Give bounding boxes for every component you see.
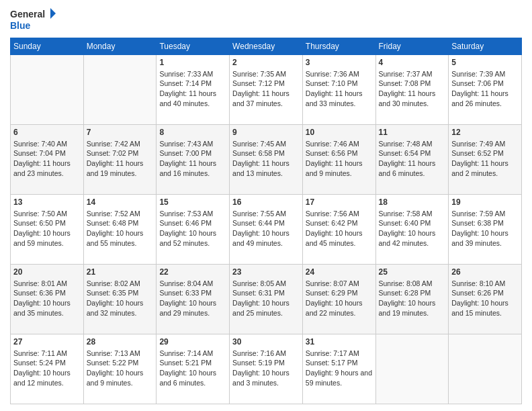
sunset-text: Sunset: 6:50 PM [13, 219, 66, 227]
calendar-cell: 19Sunrise: 7:59 AMSunset: 6:38 PMDayligh… [449, 195, 522, 265]
calendar-cell [449, 334, 522, 404]
weekday-header-row: SundayMondayTuesdayWednesdayThursdayFrid… [11, 38, 522, 55]
sunrise-text: Sunrise: 7:16 AM [232, 349, 286, 357]
day-number: 6 [13, 127, 81, 138]
daylight-text: Daylight: 10 hours and 22 minutes. [306, 299, 363, 317]
svg-text:Blue: Blue [10, 20, 31, 31]
day-number: 18 [379, 197, 446, 208]
sunset-text: Sunset: 7:08 PM [379, 79, 431, 87]
daylight-text: Daylight: 11 hours and 33 minutes. [306, 89, 363, 107]
sunset-text: Sunset: 5:17 PM [306, 359, 358, 367]
day-number: 22 [159, 267, 226, 278]
day-number: 2 [232, 57, 300, 68]
calendar-cell: 2Sunrise: 7:35 AMSunset: 7:12 PMDaylight… [230, 55, 303, 125]
calendar-cell: 6Sunrise: 7:40 AMSunset: 7:04 PMDaylight… [11, 125, 84, 195]
weekday-header-sunday: Sunday [11, 38, 84, 55]
weekday-header-saturday: Saturday [449, 38, 522, 55]
sunset-text: Sunset: 6:36 PM [13, 289, 66, 297]
daylight-text: Daylight: 10 hours and 35 minutes. [13, 299, 71, 317]
sunset-text: Sunset: 5:22 PM [87, 359, 139, 367]
day-number: 29 [159, 336, 226, 348]
sunset-text: Sunset: 5:21 PM [159, 359, 212, 367]
weekday-header-monday: Monday [83, 38, 157, 55]
sunrise-text: Sunrise: 7:42 AM [87, 140, 140, 148]
calendar-cell: 26Sunrise: 8:10 AMSunset: 6:26 PMDayligh… [449, 265, 522, 334]
daylight-text: Daylight: 10 hours and 42 minutes. [379, 229, 436, 247]
sunset-text: Sunset: 6:52 PM [451, 149, 504, 157]
day-number: 21 [87, 267, 154, 278]
daylight-text: Daylight: 11 hours and 19 minutes. [87, 159, 144, 177]
sunrise-text: Sunrise: 7:36 AM [306, 70, 359, 78]
daylight-text: Daylight: 11 hours and 9 minutes. [306, 159, 363, 177]
sunset-text: Sunset: 7:12 PM [232, 79, 285, 87]
day-number: 30 [232, 336, 300, 348]
day-number: 25 [379, 267, 446, 278]
sunrise-text: Sunrise: 7:50 AM [13, 210, 67, 218]
calendar-cell: 11Sunrise: 7:48 AMSunset: 6:54 PMDayligh… [375, 125, 449, 195]
sunrise-text: Sunrise: 7:37 AM [379, 70, 433, 78]
calendar-cell: 9Sunrise: 7:45 AMSunset: 6:58 PMDaylight… [230, 125, 303, 195]
weekday-header-thursday: Thursday [302, 38, 375, 55]
day-number: 26 [451, 267, 519, 278]
sunrise-text: Sunrise: 8:02 AM [87, 279, 140, 287]
calendar: SundayMondayTuesdayWednesdayThursdayFrid… [10, 38, 522, 404]
calendar-cell [11, 55, 84, 125]
sunrise-text: Sunrise: 8:07 AM [306, 279, 359, 287]
sunset-text: Sunset: 5:24 PM [13, 359, 66, 367]
day-number: 19 [451, 197, 519, 208]
calendar-cell: 8Sunrise: 7:43 AMSunset: 7:00 PMDaylight… [157, 125, 230, 195]
calendar-cell: 12Sunrise: 7:49 AMSunset: 6:52 PMDayligh… [449, 125, 522, 195]
calendar-cell: 24Sunrise: 8:07 AMSunset: 6:29 PMDayligh… [302, 265, 375, 334]
sunset-text: Sunset: 6:35 PM [87, 289, 139, 297]
sunrise-text: Sunrise: 7:55 AM [232, 210, 286, 218]
sunrise-text: Sunrise: 7:49 AM [451, 140, 505, 148]
daylight-text: Daylight: 10 hours and 49 minutes. [232, 229, 290, 247]
sunrise-text: Sunrise: 7:56 AM [306, 210, 359, 218]
sunrise-text: Sunrise: 8:08 AM [379, 279, 433, 287]
sunset-text: Sunset: 6:38 PM [451, 219, 504, 227]
sunset-text: Sunset: 6:56 PM [306, 149, 358, 157]
day-number: 23 [232, 267, 300, 278]
svg-marker-2 [50, 8, 56, 19]
weekday-header-friday: Friday [375, 38, 449, 55]
day-number: 12 [451, 127, 519, 138]
day-number: 11 [379, 127, 446, 138]
day-number: 9 [232, 127, 300, 138]
day-number: 4 [379, 57, 446, 68]
calendar-cell: 28Sunrise: 7:13 AMSunset: 5:22 PMDayligh… [83, 334, 157, 404]
sunset-text: Sunset: 6:54 PM [379, 149, 431, 157]
daylight-text: Daylight: 10 hours and 39 minutes. [451, 229, 508, 247]
calendar-row-4: 20Sunrise: 8:01 AMSunset: 6:36 PMDayligh… [11, 265, 522, 334]
daylight-text: Daylight: 10 hours and 29 minutes. [159, 299, 216, 317]
day-number: 8 [159, 127, 226, 138]
daylight-text: Daylight: 10 hours and 45 minutes. [306, 229, 363, 247]
day-number: 16 [232, 197, 300, 208]
daylight-text: Daylight: 10 hours and 9 minutes. [87, 369, 144, 387]
daylight-text: Daylight: 10 hours and 6 minutes. [159, 369, 216, 387]
sunrise-text: Sunrise: 8:05 AM [232, 279, 286, 287]
daylight-text: Daylight: 11 hours and 40 minutes. [159, 89, 216, 107]
sunrise-text: Sunrise: 7:17 AM [306, 349, 359, 357]
calendar-cell: 20Sunrise: 8:01 AMSunset: 6:36 PMDayligh… [11, 265, 84, 334]
svg-text:General: General [10, 9, 45, 19]
sunset-text: Sunset: 7:00 PM [159, 149, 212, 157]
day-number: 24 [306, 267, 373, 278]
calendar-cell: 13Sunrise: 7:50 AMSunset: 6:50 PMDayligh… [11, 195, 84, 265]
sunrise-text: Sunrise: 7:58 AM [379, 210, 433, 218]
daylight-text: Daylight: 9 hours and 59 minutes. [306, 369, 372, 387]
calendar-cell: 16Sunrise: 7:55 AMSunset: 6:44 PMDayligh… [230, 195, 303, 265]
day-number: 3 [306, 57, 373, 68]
sunrise-text: Sunrise: 8:10 AM [451, 279, 505, 287]
calendar-cell: 5Sunrise: 7:39 AMSunset: 7:06 PMDaylight… [449, 55, 522, 125]
sunrise-text: Sunrise: 8:01 AM [13, 279, 67, 287]
sunset-text: Sunset: 6:33 PM [159, 289, 212, 297]
calendar-cell: 25Sunrise: 8:08 AMSunset: 6:28 PMDayligh… [375, 265, 449, 334]
daylight-text: Daylight: 11 hours and 13 minutes. [232, 159, 290, 177]
logo-svg: General Blue [10, 7, 57, 32]
calendar-cell: 22Sunrise: 8:04 AMSunset: 6:33 PMDayligh… [157, 265, 230, 334]
calendar-cell: 23Sunrise: 8:05 AMSunset: 6:31 PMDayligh… [230, 265, 303, 334]
calendar-cell: 31Sunrise: 7:17 AMSunset: 5:17 PMDayligh… [302, 334, 375, 404]
calendar-cell [375, 334, 449, 404]
weekday-header-tuesday: Tuesday [157, 38, 230, 55]
sunrise-text: Sunrise: 7:59 AM [451, 210, 505, 218]
